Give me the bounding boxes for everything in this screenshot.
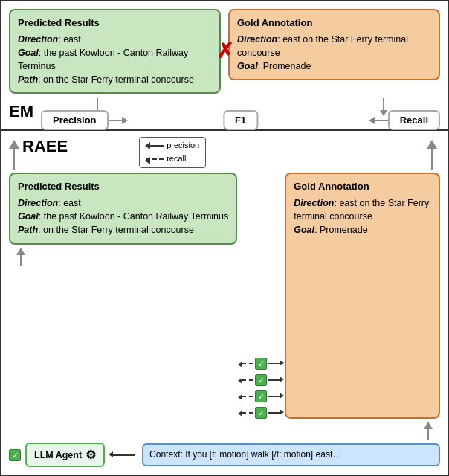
gold-up-arrow [285, 422, 433, 440]
dashed-arrow-1 [242, 363, 253, 364]
main-container: Predicted Results Direction: east Goal: … [0, 0, 449, 476]
gold-box-top: Gold Annotation Direction: east on the S… [228, 9, 440, 80]
check-row-2: ✓ [242, 374, 280, 386]
llm-icon: ⚙ [85, 448, 96, 462]
llm-box: LLM Agent ⚙ [25, 443, 105, 467]
context-text: Context: If you [t: motion] walk [/t: mo… [149, 449, 341, 460]
bottom-pred-line-3: Path: on the Star Ferry terminal concour… [18, 223, 228, 237]
predicted-box-top: Predicted Results Direction: east Goal: … [9, 9, 221, 94]
recall-line-icon [146, 158, 164, 160]
dashed-arrow-3 [242, 396, 253, 397]
llm-area: ✓ LLM Agent ⚙ [9, 443, 105, 467]
predicted-box-bottom: Predicted Results Direction: east Goal: … [9, 173, 237, 244]
recall-box: Recall [388, 110, 440, 130]
raee-header: RAEE precision recall [9, 137, 440, 170]
check-row-1: ✓ [242, 358, 280, 370]
predicted-col-bottom: Predicted Results Direction: east Goal: … [9, 173, 237, 440]
gold-title-bottom: Gold Annotation [294, 180, 431, 194]
metric-row: Precision F1 [41, 98, 440, 125]
predicted-line-2: Goal: the past Kowloon - Canton Railway … [18, 46, 212, 73]
raee-label-area: RAEE [9, 137, 68, 170]
check-3: ✓ [255, 390, 267, 402]
predicted-title-bottom: Predicted Results [18, 180, 228, 194]
bottom-pred-line-1: Direction: east [18, 196, 228, 210]
precision-line-icon [146, 145, 164, 147]
recall-legend: recall [146, 152, 199, 166]
precision-legend: precision [146, 139, 199, 152]
cross-mark: ✗ [216, 41, 233, 62]
recall-legend-label: recall [167, 152, 186, 166]
recall-area: Recall [373, 110, 440, 130]
f1-area: F1 [223, 110, 258, 130]
context-box: Context: If you [t: motion] walk [/t: mo… [142, 443, 440, 466]
llm-check: ✓ [9, 449, 21, 461]
dashed-arrow-4 [242, 412, 253, 414]
solid-arrow-3 [268, 396, 280, 397]
precision-legend-label: precision [167, 139, 199, 152]
precision-to-f1-arrow [109, 120, 123, 121]
predicted-title-top: Predicted Results [18, 16, 212, 30]
check-1: ✓ [255, 358, 267, 370]
predicted-up-arrow [9, 248, 237, 266]
bottom-gold-line-2: Goal: Promenade [294, 223, 431, 237]
em-connector: Precision F1 [41, 98, 440, 125]
bottom-pred-line-2: Goal: the past Kowloon - Canton Railway … [18, 210, 228, 223]
bottom-gold-line-1: Direction: east on the Star Ferry termin… [294, 196, 431, 223]
raee-center: precision recall [72, 137, 422, 167]
recall-to-f1-arrow [373, 120, 388, 121]
f1-box: F1 [223, 110, 258, 130]
raee-up-arrow-right [427, 140, 437, 170]
check-row-3: ✓ [242, 390, 280, 402]
raee-up-arrow-left [9, 140, 19, 170]
top-boxes: Predicted Results Direction: east Goal: … [9, 9, 440, 94]
gold-title-top: Gold Annotation [237, 16, 431, 30]
solid-arrow-1 [268, 363, 280, 364]
gold-line-2: Goal: Promenade [237, 60, 431, 73]
em-row: EM Precision [9, 98, 440, 125]
check-2: ✓ [255, 374, 267, 386]
precision-box: Precision [41, 110, 109, 130]
raee-label: RAEE [22, 137, 68, 156]
em-label: EM [9, 102, 33, 121]
solid-arrow-4 [268, 412, 280, 414]
check-4: ✓ [255, 407, 267, 419]
llm-label: LLM Agent [34, 450, 82, 460]
gold-col-bottom: Gold Annotation Direction: east on the S… [285, 173, 440, 440]
predicted-line-3: Path: on the Star Ferry terminal concour… [18, 73, 212, 86]
precision-area: Precision [41, 110, 123, 130]
check-row-4: ✓ [242, 407, 280, 419]
context-to-llm-arrow [112, 454, 135, 456]
gold-line-1: Direction: east on the Star Ferry termin… [237, 33, 431, 60]
bottom-section: RAEE precision recall [1, 131, 448, 475]
top-section: Predicted Results Direction: east Goal: … [1, 1, 448, 131]
predicted-line-1: Direction: east [18, 33, 212, 46]
legend-box: precision recall [139, 137, 206, 167]
solid-arrow-2 [268, 379, 280, 381]
checks-col: ✓ ✓ [242, 173, 280, 440]
gold-box-bottom: Gold Annotation Direction: east on the S… [285, 173, 440, 419]
bottom-row: ✓ LLM Agent ⚙ Context: If you [t: motion… [9, 443, 440, 467]
bottom-boxes-row: Predicted Results Direction: east Goal: … [9, 173, 440, 440]
dashed-arrow-2 [242, 379, 253, 381]
